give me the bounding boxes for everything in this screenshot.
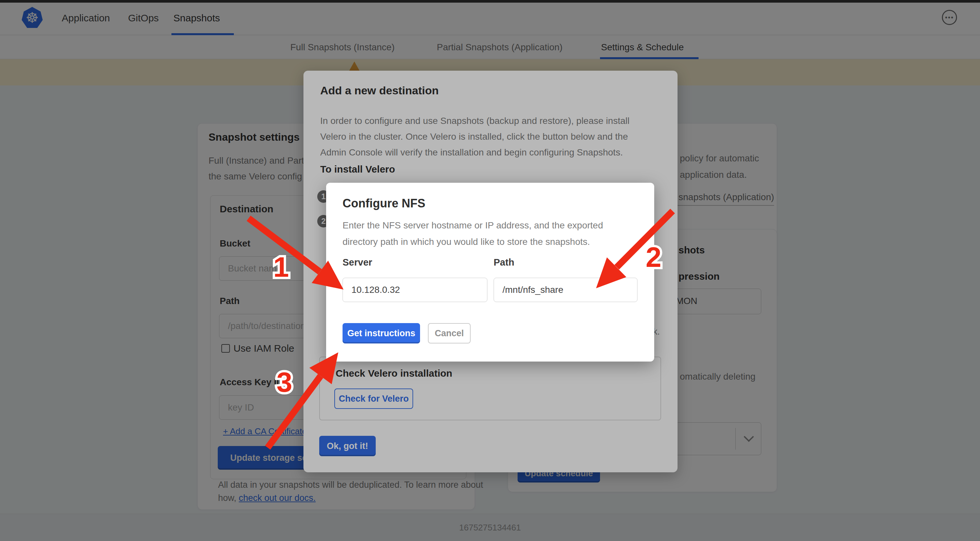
configure-nfs-modal: Configure NFS Enter the NFS server hostn… [326, 183, 654, 362]
nfs-path-label: Path [493, 257, 514, 268]
configure-nfs-body1: Enter the NFS server hostname or IP addr… [342, 220, 603, 231]
configure-nfs-body2: directory path in which you would like t… [342, 237, 590, 247]
server-label: Server [342, 257, 372, 268]
get-instructions-button[interactable]: Get instructions [342, 323, 420, 343]
cancel-button[interactable]: Cancel [428, 323, 471, 343]
screen: ☸ Application GitOps Snapshots ••• Full … [0, 0, 980, 541]
nfs-path-input[interactable] [493, 278, 638, 302]
configure-nfs-title: Configure NFS [342, 196, 425, 211]
server-input[interactable] [342, 278, 487, 302]
